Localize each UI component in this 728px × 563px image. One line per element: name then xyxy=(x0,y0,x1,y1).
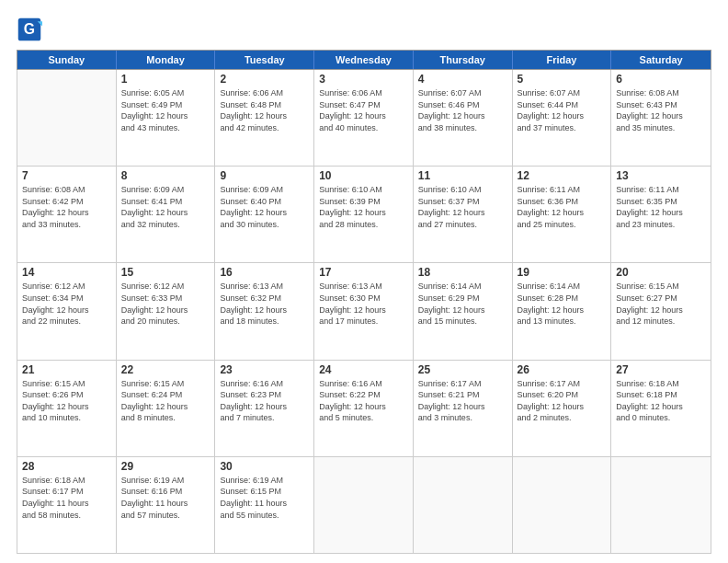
day-header-friday: Friday xyxy=(513,51,612,69)
day-info: Sunrise: 6:19 AMSunset: 6:15 PMDaylight:… xyxy=(220,475,309,521)
day-info: Sunrise: 6:15 AMSunset: 6:26 PMDaylight:… xyxy=(22,378,111,424)
day-number: 13 xyxy=(616,169,706,182)
cal-cell: 12Sunrise: 6:11 AMSunset: 6:36 PMDayligh… xyxy=(513,167,612,262)
day-info: Sunrise: 6:13 AMSunset: 6:32 PMDaylight:… xyxy=(220,281,309,327)
day-number: 30 xyxy=(220,460,309,473)
day-info: Sunrise: 6:13 AMSunset: 6:30 PMDaylight:… xyxy=(319,281,408,327)
day-info: Sunrise: 6:14 AMSunset: 6:28 PMDaylight:… xyxy=(518,281,607,327)
day-number: 1 xyxy=(121,73,210,86)
day-number: 12 xyxy=(518,169,607,182)
day-info: Sunrise: 6:06 AMSunset: 6:47 PMDaylight:… xyxy=(319,87,408,133)
cal-cell: 15Sunrise: 6:12 AMSunset: 6:33 PMDayligh… xyxy=(117,263,216,359)
day-info: Sunrise: 6:15 AMSunset: 6:24 PMDaylight:… xyxy=(121,378,210,424)
week-row-2: 7Sunrise: 6:08 AMSunset: 6:42 PMDaylight… xyxy=(17,167,711,263)
day-info: Sunrise: 6:17 AMSunset: 6:20 PMDaylight:… xyxy=(518,378,607,424)
day-info: Sunrise: 6:19 AMSunset: 6:16 PMDaylight:… xyxy=(121,475,210,521)
cal-cell: 1Sunrise: 6:05 AMSunset: 6:49 PMDaylight… xyxy=(117,70,216,166)
day-number: 14 xyxy=(22,266,111,279)
day-number: 26 xyxy=(518,363,607,376)
day-info: Sunrise: 6:09 AMSunset: 6:41 PMDaylight:… xyxy=(121,184,210,230)
day-info: Sunrise: 6:14 AMSunset: 6:29 PMDaylight:… xyxy=(418,281,507,327)
cal-cell: 28Sunrise: 6:18 AMSunset: 6:17 PMDayligh… xyxy=(17,457,117,553)
cal-cell xyxy=(513,457,612,553)
day-number: 16 xyxy=(220,266,309,279)
day-header-wednesday: Wednesday xyxy=(314,51,414,69)
day-number: 8 xyxy=(121,169,210,182)
svg-text:G: G xyxy=(24,21,35,37)
cal-cell xyxy=(314,457,414,553)
cal-cell: 17Sunrise: 6:13 AMSunset: 6:30 PMDayligh… xyxy=(314,263,414,359)
day-number: 5 xyxy=(518,73,607,86)
cal-cell: 9Sunrise: 6:09 AMSunset: 6:40 PMDaylight… xyxy=(215,167,314,262)
day-info: Sunrise: 6:11 AMSunset: 6:36 PMDaylight:… xyxy=(518,184,607,230)
cal-cell: 23Sunrise: 6:16 AMSunset: 6:23 PMDayligh… xyxy=(215,361,314,456)
day-info: Sunrise: 6:12 AMSunset: 6:33 PMDaylight:… xyxy=(121,281,210,327)
cal-cell: 6Sunrise: 6:08 AMSunset: 6:43 PMDaylight… xyxy=(611,70,711,166)
cal-cell: 11Sunrise: 6:10 AMSunset: 6:37 PMDayligh… xyxy=(414,167,513,262)
day-number: 15 xyxy=(121,266,210,279)
day-info: Sunrise: 6:07 AMSunset: 6:44 PMDaylight:… xyxy=(518,87,607,133)
day-number: 2 xyxy=(220,73,309,86)
cal-cell: 10Sunrise: 6:10 AMSunset: 6:39 PMDayligh… xyxy=(314,167,414,262)
day-number: 11 xyxy=(418,169,507,182)
day-info: Sunrise: 6:09 AMSunset: 6:40 PMDaylight:… xyxy=(220,184,309,230)
day-number: 24 xyxy=(319,363,408,376)
cal-cell: 22Sunrise: 6:15 AMSunset: 6:24 PMDayligh… xyxy=(117,361,216,456)
cal-cell: 2Sunrise: 6:06 AMSunset: 6:48 PMDaylight… xyxy=(215,70,314,166)
cal-cell: 19Sunrise: 6:14 AMSunset: 6:28 PMDayligh… xyxy=(513,263,612,359)
cal-cell: 4Sunrise: 6:07 AMSunset: 6:46 PMDaylight… xyxy=(414,70,513,166)
day-number: 4 xyxy=(418,73,507,86)
day-info: Sunrise: 6:16 AMSunset: 6:23 PMDaylight:… xyxy=(220,378,309,424)
day-info: Sunrise: 6:10 AMSunset: 6:39 PMDaylight:… xyxy=(319,184,408,230)
calendar: SundayMondayTuesdayWednesdayThursdayFrid… xyxy=(17,50,711,554)
day-info: Sunrise: 6:11 AMSunset: 6:35 PMDaylight:… xyxy=(616,184,706,230)
day-number: 25 xyxy=(418,363,507,376)
week-row-1: 1Sunrise: 6:05 AMSunset: 6:49 PMDaylight… xyxy=(17,70,711,167)
day-info: Sunrise: 6:18 AMSunset: 6:18 PMDaylight:… xyxy=(616,378,706,424)
day-info: Sunrise: 6:06 AMSunset: 6:48 PMDaylight:… xyxy=(220,87,309,133)
day-header-monday: Monday xyxy=(117,51,216,69)
day-header-thursday: Thursday xyxy=(414,51,513,69)
day-info: Sunrise: 6:10 AMSunset: 6:37 PMDaylight:… xyxy=(418,184,507,230)
day-info: Sunrise: 6:17 AMSunset: 6:21 PMDaylight:… xyxy=(418,378,507,424)
cal-cell: 8Sunrise: 6:09 AMSunset: 6:41 PMDaylight… xyxy=(117,167,216,262)
logo-icon: G xyxy=(17,17,42,42)
header: G xyxy=(17,17,711,42)
day-number: 23 xyxy=(220,363,309,376)
cal-cell xyxy=(414,457,513,553)
page: G SundayMondayTuesdayWednesdayThursdayFr… xyxy=(0,0,728,563)
cal-cell: 3Sunrise: 6:06 AMSunset: 6:47 PMDaylight… xyxy=(314,70,414,166)
cal-cell: 13Sunrise: 6:11 AMSunset: 6:35 PMDayligh… xyxy=(611,167,711,262)
day-info: Sunrise: 6:08 AMSunset: 6:42 PMDaylight:… xyxy=(22,184,111,230)
cal-cell: 7Sunrise: 6:08 AMSunset: 6:42 PMDaylight… xyxy=(17,167,117,262)
cal-cell xyxy=(17,70,117,166)
cal-cell: 5Sunrise: 6:07 AMSunset: 6:44 PMDaylight… xyxy=(513,70,612,166)
day-info: Sunrise: 6:05 AMSunset: 6:49 PMDaylight:… xyxy=(121,87,210,133)
logo: G xyxy=(17,17,46,42)
cal-cell: 14Sunrise: 6:12 AMSunset: 6:34 PMDayligh… xyxy=(17,263,117,359)
cal-cell: 27Sunrise: 6:18 AMSunset: 6:18 PMDayligh… xyxy=(611,361,711,456)
day-info: Sunrise: 6:16 AMSunset: 6:22 PMDaylight:… xyxy=(319,378,408,424)
cal-cell: 20Sunrise: 6:15 AMSunset: 6:27 PMDayligh… xyxy=(611,263,711,359)
day-number: 29 xyxy=(121,460,210,473)
day-number: 6 xyxy=(616,73,706,86)
day-number: 3 xyxy=(319,73,408,86)
calendar-header: SundayMondayTuesdayWednesdayThursdayFrid… xyxy=(17,50,711,70)
cal-cell xyxy=(611,457,711,553)
day-number: 17 xyxy=(319,266,408,279)
day-number: 9 xyxy=(220,169,309,182)
day-number: 20 xyxy=(616,266,706,279)
day-info: Sunrise: 6:12 AMSunset: 6:34 PMDaylight:… xyxy=(22,281,111,327)
day-number: 18 xyxy=(418,266,507,279)
week-row-4: 21Sunrise: 6:15 AMSunset: 6:26 PMDayligh… xyxy=(17,361,711,457)
day-number: 28 xyxy=(22,460,111,473)
cal-cell: 16Sunrise: 6:13 AMSunset: 6:32 PMDayligh… xyxy=(215,263,314,359)
cal-cell: 21Sunrise: 6:15 AMSunset: 6:26 PMDayligh… xyxy=(17,361,117,456)
cal-cell: 24Sunrise: 6:16 AMSunset: 6:22 PMDayligh… xyxy=(314,361,414,456)
cal-cell: 30Sunrise: 6:19 AMSunset: 6:15 PMDayligh… xyxy=(215,457,314,553)
day-info: Sunrise: 6:18 AMSunset: 6:17 PMDaylight:… xyxy=(22,475,111,521)
cal-cell: 18Sunrise: 6:14 AMSunset: 6:29 PMDayligh… xyxy=(414,263,513,359)
cal-cell: 29Sunrise: 6:19 AMSunset: 6:16 PMDayligh… xyxy=(117,457,216,553)
day-number: 27 xyxy=(616,363,706,376)
day-info: Sunrise: 6:15 AMSunset: 6:27 PMDaylight:… xyxy=(616,281,706,327)
